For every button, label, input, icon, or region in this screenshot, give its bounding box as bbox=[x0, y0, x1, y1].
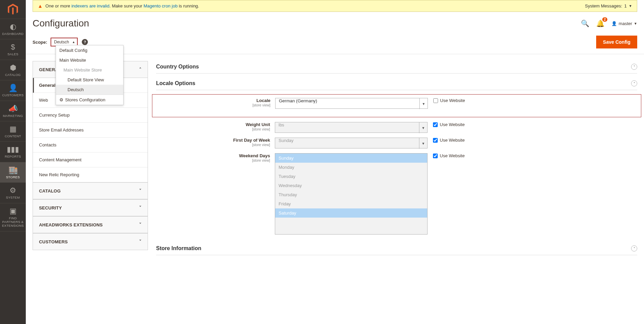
user-menu[interactable]: 👤 master ▼ bbox=[611, 21, 637, 26]
nav-dashboard[interactable]: ◐DASHBOARD bbox=[0, 19, 26, 39]
config-content: Country Options ˅ Locale Options ˄ Local… bbox=[156, 61, 637, 259]
weekend-option-monday[interactable]: Monday bbox=[275, 163, 427, 172]
weight-use-website[interactable]: Use Website bbox=[428, 122, 465, 127]
weekend-multiselect: SundayMondayTuesdayWednesdayThursdayFrid… bbox=[275, 153, 428, 235]
weight-use-website-checkbox[interactable] bbox=[433, 122, 438, 127]
locale-use-website-checkbox[interactable] bbox=[433, 98, 438, 103]
nav-content[interactable]: ▦CONTENT bbox=[0, 121, 26, 142]
chevron-down-icon: ▼ bbox=[629, 4, 632, 8]
weekend-option-sunday[interactable]: Sunday bbox=[275, 154, 427, 163]
cfg-group-customers[interactable]: CUSTOMERS ˅ bbox=[33, 234, 148, 250]
cfg-item-currency-setup[interactable]: Currency Setup bbox=[33, 108, 148, 123]
nav-system[interactable]: ⚙SYSTEM bbox=[0, 183, 26, 203]
notifications-button[interactable]: 🔔 2 bbox=[596, 19, 605, 27]
weekend-use-website[interactable]: Use Website bbox=[428, 153, 465, 158]
scope-option-deutsch[interactable]: Deutsch bbox=[56, 85, 123, 95]
firstday-use-website-checkbox[interactable] bbox=[433, 138, 438, 143]
blocks-icon: ▣ bbox=[10, 207, 17, 215]
gear-icon: ⚙ bbox=[10, 187, 16, 194]
chevron-down-icon: ▼ bbox=[634, 22, 637, 25]
cfg-group-catalog[interactable]: CATALOG ˅ bbox=[33, 183, 148, 199]
system-message-bar: ▲ One or more indexers are invalid. Make… bbox=[33, 0, 637, 12]
expand-icon: ˅ bbox=[631, 64, 637, 70]
admin-sidebar: ◐DASHBOARD $SALES ⬢CATALOG 👤CUSTOMERS 📣M… bbox=[0, 0, 26, 324]
storefront-icon: 🏬 bbox=[8, 166, 18, 174]
nav-partners[interactable]: ▣FIND PARTNERS & EXTENSIONS bbox=[0, 203, 26, 231]
dollar-icon: $ bbox=[11, 43, 15, 51]
scope-stores-configuration[interactable]: ⚙Stores Configuration bbox=[56, 95, 123, 105]
section-store-information[interactable]: Store Information ˅ bbox=[156, 243, 637, 255]
expand-icon: ˅ bbox=[631, 245, 637, 251]
sysmsg-counter[interactable]: System Messages: 1 ▼ bbox=[585, 3, 632, 8]
firstday-select: Sunday ▼ bbox=[275, 138, 428, 148]
scope-option-main-website-store: Main Website Store bbox=[56, 65, 123, 75]
gear-icon: ⚙ bbox=[59, 97, 63, 102]
chevron-down-icon: ˅ bbox=[139, 239, 141, 244]
scope-option-default-config[interactable]: Default Config bbox=[56, 45, 123, 55]
search-icon: 🔍 bbox=[581, 20, 589, 27]
warning-icon: ▲ bbox=[38, 3, 43, 9]
firstday-use-website[interactable]: Use Website bbox=[428, 138, 465, 143]
page-title: Configuration bbox=[33, 18, 89, 29]
nav-customers[interactable]: 👤CUSTOMERS bbox=[0, 80, 26, 101]
scope-help-tooltip[interactable]: ? bbox=[82, 39, 88, 45]
nav-sales[interactable]: $SALES bbox=[0, 39, 26, 60]
firstday-label: First Day of Week bbox=[233, 138, 270, 143]
locale-label: Locale bbox=[257, 98, 270, 103]
cfg-item-new-relic-reporting[interactable]: New Relic Reporting bbox=[33, 167, 148, 182]
chevron-up-icon: ˄ bbox=[139, 67, 141, 72]
section-country-options[interactable]: Country Options ˅ bbox=[156, 61, 637, 74]
section-locale-options[interactable]: Locale Options ˄ bbox=[156, 78, 637, 90]
chevron-down-icon: ˅ bbox=[139, 205, 141, 210]
weekend-option-wednesday[interactable]: Wednesday bbox=[275, 181, 427, 190]
notification-badge: 2 bbox=[602, 17, 608, 22]
layout-icon: ▦ bbox=[10, 125, 17, 133]
cfg-item-store-email-addresses[interactable]: Store Email Addresses bbox=[33, 123, 148, 138]
cube-icon: ⬢ bbox=[10, 64, 16, 72]
nav-reports[interactable]: ▮▮▮REPORTS bbox=[0, 142, 26, 162]
scope-option-default-store-view[interactable]: Default Store View bbox=[56, 75, 123, 85]
chevron-down-icon: ˅ bbox=[139, 188, 141, 194]
cfg-item-contacts[interactable]: Contacts bbox=[33, 138, 148, 153]
user-icon: 👤 bbox=[611, 21, 617, 26]
gauge-icon: ◐ bbox=[10, 23, 16, 31]
search-button[interactable]: 🔍 bbox=[581, 19, 589, 27]
chevron-down-icon: ▼ bbox=[419, 122, 427, 133]
scope-option-main-website[interactable]: Main Website bbox=[56, 55, 123, 65]
weight-select: lbs ▼ bbox=[275, 122, 428, 133]
bars-icon: ▮▮▮ bbox=[7, 146, 19, 153]
save-config-button[interactable]: Save Config bbox=[596, 36, 637, 48]
chevron-down-icon: ▼ bbox=[419, 138, 427, 149]
sysmsg-text: One or more indexers are invalid. Make s… bbox=[45, 3, 199, 8]
cfg-item-content-management[interactable]: Content Management bbox=[33, 153, 148, 167]
weekend-option-thursday[interactable]: Thursday bbox=[275, 190, 427, 199]
person-icon: 👤 bbox=[8, 84, 18, 92]
weekend-option-saturday[interactable]: Saturday bbox=[275, 208, 427, 218]
locale-use-website[interactable]: Use Website bbox=[428, 98, 465, 103]
weight-label: Weight Unit bbox=[246, 122, 270, 127]
cfg-group-security[interactable]: SECURITY ˅ bbox=[33, 200, 148, 216]
scope-dropdown: Default Config Main Website Main Website… bbox=[56, 45, 124, 105]
weekend-use-website-checkbox[interactable] bbox=[433, 154, 438, 158]
nav-stores[interactable]: 🏬STORES bbox=[0, 162, 26, 183]
weekend-option-tuesday[interactable]: Tuesday bbox=[275, 172, 427, 181]
locale-select[interactable]: German (Germany) ▼ bbox=[275, 98, 428, 109]
chevron-down-icon: ˅ bbox=[139, 222, 141, 227]
nav-marketing[interactable]: 📣MARKETING bbox=[0, 101, 26, 121]
cfg-group-aheadworks[interactable]: AHEADWORKS EXTENSIONS ˅ bbox=[33, 217, 148, 233]
chevron-down-icon: ▼ bbox=[419, 98, 428, 109]
magento-logo[interactable] bbox=[0, 0, 26, 19]
collapse-icon: ˄ bbox=[631, 80, 637, 86]
weekend-label: Weekend Days bbox=[239, 153, 270, 158]
indexers-link[interactable]: indexers are invalid bbox=[71, 3, 109, 8]
scope-label: Scope: bbox=[33, 40, 47, 45]
nav-catalog[interactable]: ⬢CATALOG bbox=[0, 60, 26, 80]
cron-link[interactable]: Magento cron job bbox=[144, 3, 177, 8]
weekend-option-friday[interactable]: Friday bbox=[275, 199, 427, 208]
megaphone-icon: 📣 bbox=[8, 105, 18, 113]
